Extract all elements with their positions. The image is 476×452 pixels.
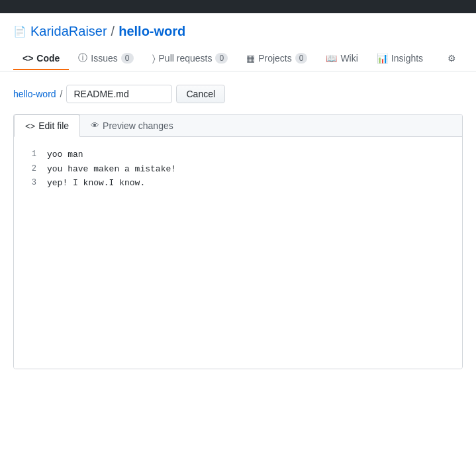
owner-link[interactable]: KaridaRaiser xyxy=(30,24,107,39)
tab-insights-label: Insights xyxy=(391,53,423,64)
projects-icon: ▦ xyxy=(246,53,255,64)
tab-edit-file[interactable]: <> Edit file xyxy=(14,114,80,137)
issues-icon: ⓘ xyxy=(78,52,87,64)
edit-file-icon: <> xyxy=(25,121,35,131)
tab-issues[interactable]: ⓘ Issues 0 xyxy=(69,47,142,71)
tab-wiki[interactable]: 📖 Wiki xyxy=(316,48,367,70)
table-row: 2 you have maken a mistake! xyxy=(14,162,462,177)
breadcrumb: hello-word / Cancel xyxy=(13,85,463,103)
tab-insights[interactable]: 📊 Insights xyxy=(367,48,432,70)
repo-header: 📄 KaridaRaiser / hello-word <> Code ⓘ Is… xyxy=(0,13,476,71)
issues-badge: 0 xyxy=(121,53,134,64)
repo-book-icon: 📄 xyxy=(13,25,26,38)
line-content-2: you have maken a mistake! xyxy=(47,163,176,176)
line-content-1: yoo man xyxy=(47,148,83,161)
cancel-button[interactable]: Cancel xyxy=(176,85,225,103)
repo-name-link[interactable]: hello-word xyxy=(119,24,185,39)
pull-requests-badge: 0 xyxy=(215,53,228,64)
filename-input[interactable] xyxy=(66,85,172,103)
tab-projects-label: Projects xyxy=(258,53,292,64)
editor-tabs: <> Edit file 👁 Preview changes xyxy=(14,114,462,137)
edit-file-label: Edit file xyxy=(38,120,69,131)
line-number-2: 2 xyxy=(14,163,47,175)
tab-code[interactable]: <> Code xyxy=(13,48,69,70)
line-content-3: yep! I know.I know. xyxy=(47,177,145,190)
nav-bar: <> Code ⓘ Issues 0 〉 Pull requests 0 ▦ P… xyxy=(13,47,463,71)
repo-title: 📄 KaridaRaiser / hello-word xyxy=(13,24,463,39)
tab-preview-changes[interactable]: 👁 Preview changes xyxy=(80,114,185,136)
settings-tab[interactable]: ⚙ xyxy=(441,48,463,70)
editor-container: <> Edit file 👁 Preview changes 1 yoo man… xyxy=(13,114,463,369)
insights-icon: 📊 xyxy=(377,53,388,64)
tab-pull-requests[interactable]: 〉 Pull requests 0 xyxy=(143,48,238,71)
top-bar xyxy=(0,0,476,13)
editor-body[interactable]: 1 yoo man 2 you have maken a mistake! 3 … xyxy=(14,137,462,369)
tab-issues-label: Issues xyxy=(91,53,117,64)
line-number-1: 1 xyxy=(14,148,47,160)
tab-code-label: Code xyxy=(36,53,60,64)
table-row: 3 yep! I know.I know. xyxy=(14,176,462,191)
projects-badge: 0 xyxy=(295,53,308,64)
code-icon: <> xyxy=(23,53,33,64)
title-separator: / xyxy=(111,24,115,39)
tab-pull-requests-label: Pull requests xyxy=(159,53,213,64)
table-row: 1 yoo man xyxy=(14,148,462,162)
preview-changes-label: Preview changes xyxy=(103,120,173,131)
line-number-3: 3 xyxy=(14,177,47,189)
breadcrumb-repo-link[interactable]: hello-word xyxy=(13,89,56,99)
pull-requests-icon: 〉 xyxy=(152,53,156,64)
wiki-icon: 📖 xyxy=(326,53,337,64)
tab-projects[interactable]: ▦ Projects 0 xyxy=(237,48,316,70)
code-lines: 1 yoo man 2 you have maken a mistake! 3 … xyxy=(14,148,462,191)
preview-eye-icon: 👁 xyxy=(91,120,99,130)
settings-icon: ⚙ xyxy=(448,53,456,64)
main-content: hello-word / Cancel <> Edit file 👁 Previ… xyxy=(0,71,476,452)
tab-wiki-label: Wiki xyxy=(340,53,357,64)
breadcrumb-slash: / xyxy=(60,89,63,99)
